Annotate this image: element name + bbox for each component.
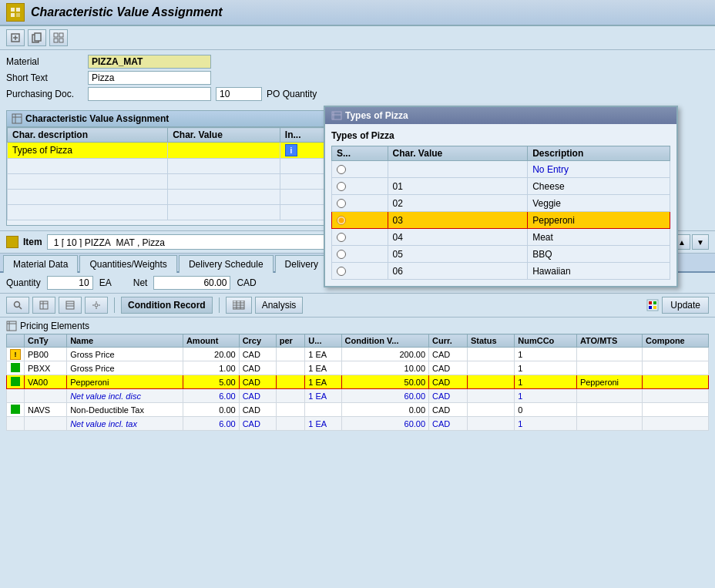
tab-delivery-schedule[interactable]: Delivery Schedule xyxy=(179,255,274,273)
char-value-cell[interactable] xyxy=(168,143,280,159)
copy-button[interactable] xyxy=(28,29,46,46)
net-currency: CAD xyxy=(237,277,256,288)
svg-rect-27 xyxy=(66,301,74,309)
char-empty-row-1 xyxy=(8,159,329,174)
purch-doc-num-input[interactable] xyxy=(216,87,262,101)
settings-icon xyxy=(92,301,101,310)
condition-record-label: Condition Record xyxy=(128,300,206,311)
pizza-radio-cell[interactable] xyxy=(332,212,388,229)
pricing-data-row[interactable]: VA00Pepperoni5.00CAD1 EA50.00CAD1Peppero… xyxy=(7,375,709,389)
update-button[interactable]: Update xyxy=(662,297,709,314)
pizza-option-row[interactable]: 05BBQ xyxy=(332,246,670,263)
pizza-radio-cell[interactable] xyxy=(332,161,388,178)
pricing-data-row[interactable]: Net value incl. tax6.00CAD1 EA60.00CAD1 xyxy=(7,417,709,431)
settings-button[interactable] xyxy=(85,297,108,314)
warning-icon: ! xyxy=(10,349,21,360)
pricing-section: Pricing Elements CnTy Name Amount Crcy p… xyxy=(0,318,715,434)
pizza-option-row[interactable]: 06Hawaiian xyxy=(332,263,670,280)
search-button[interactable] xyxy=(6,297,29,314)
curr-cell: CAD xyxy=(429,389,468,403)
item-next-button[interactable]: ▼ xyxy=(692,234,709,250)
pricing-title: Pricing Elements xyxy=(6,321,709,331)
numcco-cell: 0 xyxy=(515,403,577,417)
pizza-radio-cell[interactable] xyxy=(332,178,388,195)
ato-cell: Pepperoni xyxy=(576,375,642,389)
net-value-input[interactable] xyxy=(153,276,230,290)
svg-rect-14 xyxy=(12,114,22,123)
svg-rect-21 xyxy=(9,239,15,245)
popup-icon xyxy=(331,110,342,121)
table-button[interactable] xyxy=(32,297,55,314)
pizza-option-row[interactable]: 02Veggie xyxy=(332,195,670,212)
short-text-input[interactable] xyxy=(88,71,211,85)
material-row: Material xyxy=(6,55,709,69)
pricing-data-row[interactable]: PBXXGross Price1.00CAD1 EA10.00CAD1 xyxy=(7,361,709,375)
search-icon xyxy=(13,301,22,310)
comp-cell xyxy=(643,417,709,431)
col-name: Name xyxy=(67,334,183,348)
svg-rect-4 xyxy=(16,13,20,17)
pizza-radio-cell[interactable] xyxy=(332,263,388,280)
tab-quantities-weights[interactable]: Quantities/Weights xyxy=(79,255,177,273)
radio-button[interactable] xyxy=(337,250,346,259)
row-icon-cell xyxy=(7,375,25,389)
tab-material-data[interactable]: Material Data xyxy=(3,255,78,273)
condval-cell: 50.00 xyxy=(341,375,428,389)
analysis-label: Analysis xyxy=(262,300,297,311)
radio-button[interactable] xyxy=(337,233,346,242)
radio-button[interactable] xyxy=(337,165,346,174)
ato-cell xyxy=(576,348,642,361)
radio-button[interactable] xyxy=(337,199,346,208)
list-button[interactable] xyxy=(59,297,82,314)
pizza-option-row[interactable]: No Entry xyxy=(332,161,670,178)
pizza-option-row[interactable]: 04Meat xyxy=(332,229,670,246)
unit-cell: 1 EA xyxy=(305,375,341,389)
ato-cell xyxy=(576,403,642,417)
grid-button[interactable] xyxy=(49,29,68,46)
pizza-desc-cell[interactable]: No Entry xyxy=(528,161,670,178)
col-status: Status xyxy=(467,334,514,348)
pizza-radio-cell[interactable] xyxy=(332,246,388,263)
amount-cell: 6.00 xyxy=(183,417,239,431)
pizza-table-header: S... Char. Value Description xyxy=(332,146,670,161)
radio-button[interactable] xyxy=(337,216,346,225)
pizza-desc-cell: BBQ xyxy=(528,246,670,263)
analysis-table-icon xyxy=(233,301,245,310)
status-cell xyxy=(467,375,514,389)
qty-input[interactable] xyxy=(47,276,93,290)
amount-cell: 1.00 xyxy=(183,361,239,375)
toolbar-divider-1 xyxy=(114,297,115,313)
status-cell xyxy=(467,403,514,417)
new-button[interactable] xyxy=(6,29,25,46)
pizza-radio-cell[interactable] xyxy=(332,195,388,212)
condition-record-button[interactable]: Condition Record xyxy=(121,297,213,314)
pricing-data-row[interactable]: NAVSNon-Deductible Tax0.00CAD0.00CAD0 xyxy=(7,403,709,417)
pizza-desc-cell: Hawaiian xyxy=(528,263,670,280)
table-icon-button[interactable] xyxy=(226,297,252,314)
status-cell xyxy=(467,389,514,403)
radio-button[interactable] xyxy=(337,267,346,276)
analysis-button[interactable]: Analysis xyxy=(255,297,304,314)
char-empty-row-3 xyxy=(8,190,329,205)
pricing-data-row[interactable]: Net value incl. disc6.00CAD1 EA60.00CAD1 xyxy=(7,389,709,403)
pizza-radio-cell[interactable] xyxy=(332,229,388,246)
update-area: Update xyxy=(646,297,709,314)
material-input[interactable] xyxy=(88,55,211,69)
unit-cell: 1 EA xyxy=(305,417,341,431)
pizza-popup: Types of Pizza Types of Pizza S... Char.… xyxy=(324,106,678,287)
col-per: per xyxy=(276,334,305,348)
radio-button[interactable] xyxy=(337,182,346,191)
pizza-option-row[interactable]: 03Pepperoni xyxy=(332,212,670,229)
col-indicator xyxy=(7,334,25,348)
char-panel-title: Characteristic Value Assignment xyxy=(25,113,169,124)
pizza-option-row[interactable]: 01Cheese xyxy=(332,178,670,195)
pizza-col-desc: Description xyxy=(528,146,670,161)
pizza-code-cell xyxy=(388,161,528,178)
po-qty-label: PO Quantity xyxy=(267,89,317,99)
char-table-row: Types of Pizza i xyxy=(8,143,329,159)
purch-doc-input[interactable] xyxy=(88,87,211,101)
pricing-data-row[interactable]: !PB00Gross Price20.00CAD1 EA200.00CAD1 xyxy=(7,348,709,361)
info-icon[interactable]: i xyxy=(285,144,297,156)
tab-delivery[interactable]: Delivery xyxy=(275,255,328,273)
cnty-cell: NAVS xyxy=(25,403,67,417)
